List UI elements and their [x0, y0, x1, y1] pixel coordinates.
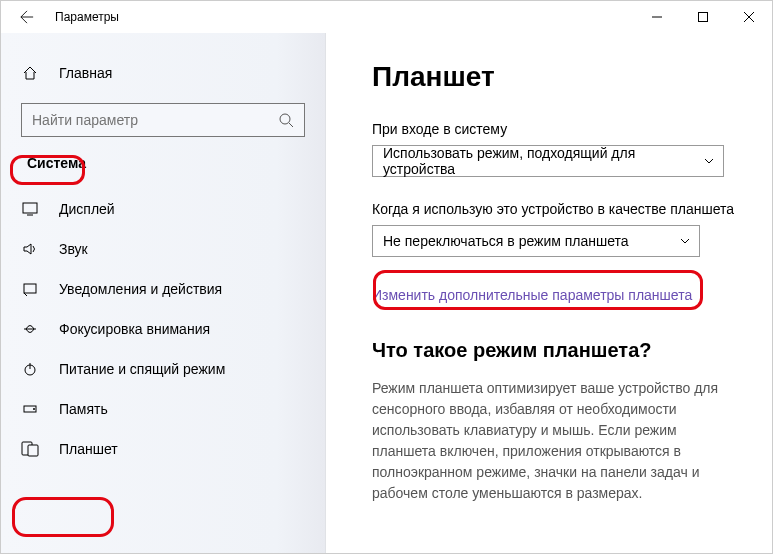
sidebar-item-label: Питание и спящий режим — [59, 361, 225, 377]
minimize-button[interactable] — [634, 1, 680, 33]
svg-point-4 — [280, 114, 290, 124]
sidebar-item-tablet[interactable]: Планшет — [1, 429, 325, 469]
svg-rect-8 — [24, 284, 36, 293]
sidebar-item-display[interactable]: Дисплей — [1, 189, 325, 229]
sidebar-item-power[interactable]: Питание и спящий режим — [1, 349, 325, 389]
search-container — [1, 95, 325, 149]
sidebar-item-label: Планшет — [59, 441, 118, 457]
sidebar-item-label: Память — [59, 401, 108, 417]
page-title: Планшет — [372, 61, 740, 93]
sidebar-item-sound[interactable]: Звук — [1, 229, 325, 269]
search-icon — [278, 112, 294, 128]
maximize-button[interactable] — [680, 1, 726, 33]
svg-rect-1 — [699, 13, 708, 22]
sidebar-item-notifications[interactable]: Уведомления и действия — [1, 269, 325, 309]
sidebar-category: Система — [1, 149, 325, 177]
section-description: Режим планшета оптимизирует ваше устройс… — [372, 378, 732, 504]
advanced-settings-link[interactable]: Изменить дополнительные параметры планше… — [372, 287, 692, 303]
svg-point-13 — [33, 408, 35, 410]
sidebar-item-label: Звук — [59, 241, 88, 257]
main-content: Планшет При входе в систему Использовать… — [326, 33, 772, 553]
display-icon — [21, 201, 39, 217]
sidebar-item-label: Дисплей — [59, 201, 115, 217]
tablet-icon — [21, 441, 39, 457]
tablet-use-select[interactable]: Не переключаться в режим планшета — [372, 225, 700, 257]
signin-select[interactable]: Использовать режим, подходящий для устро… — [372, 145, 724, 177]
sidebar-item-label: Уведомления и действия — [59, 281, 222, 297]
section-heading: Что такое режим планшета? — [372, 339, 740, 362]
window-title: Параметры — [55, 10, 119, 24]
search-field[interactable] — [32, 112, 278, 128]
focus-icon — [21, 321, 39, 337]
select-value: Не переключаться в режим планшета — [383, 233, 629, 249]
tablet-use-label: Когда я использую это устройство в качес… — [372, 201, 740, 217]
notifications-icon — [21, 281, 39, 297]
sidebar-item-focus[interactable]: Фокусировка внимания — [1, 309, 325, 349]
svg-rect-15 — [28, 445, 38, 456]
settings-window: Параметры Главная Система — [0, 0, 773, 554]
signin-label: При входе в систему — [372, 121, 740, 137]
sidebar-item-label: Фокусировка внимания — [59, 321, 210, 337]
sidebar-item-storage[interactable]: Память — [1, 389, 325, 429]
storage-icon — [21, 401, 39, 417]
chevron-down-icon — [679, 235, 691, 247]
home-icon — [21, 65, 39, 81]
sidebar-nav: Дисплей Звук Уведомления и действия Фоку… — [1, 177, 325, 469]
svg-line-5 — [289, 123, 293, 127]
chevron-down-icon — [703, 155, 715, 167]
power-icon — [21, 361, 39, 377]
svg-rect-6 — [23, 203, 37, 213]
sound-icon — [21, 241, 39, 257]
sidebar-home-label: Главная — [59, 65, 112, 81]
sidebar-home[interactable]: Главная — [1, 51, 325, 95]
search-input[interactable] — [21, 103, 305, 137]
titlebar: Параметры — [1, 1, 772, 33]
window-body: Главная Система Дисплей Звук — [1, 33, 772, 553]
back-button[interactable] — [19, 9, 35, 25]
close-button[interactable] — [726, 1, 772, 33]
sidebar: Главная Система Дисплей Звук — [1, 33, 326, 553]
select-value: Использовать режим, подходящий для устро… — [383, 145, 703, 177]
window-controls — [634, 1, 772, 33]
